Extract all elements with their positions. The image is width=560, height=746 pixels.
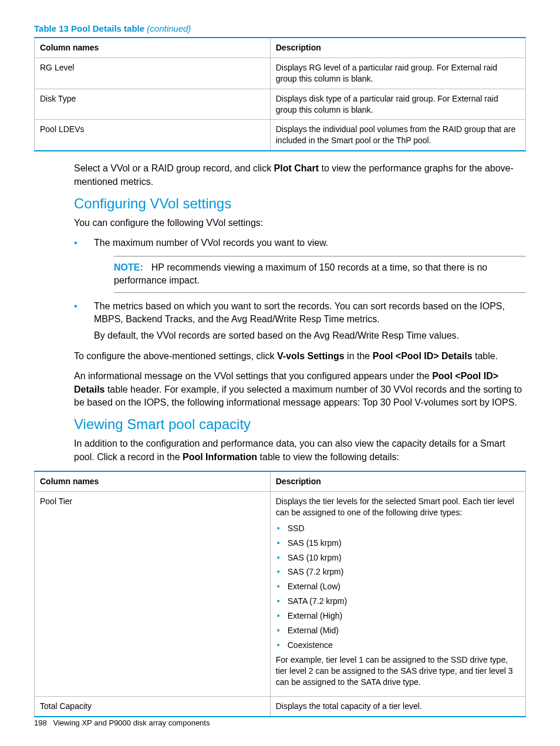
table-row: RG Level Displays RG level of a particul… <box>35 58 526 89</box>
list-item: SAS (10 krpm) <box>276 552 520 563</box>
list-item: External (Mid) <box>276 625 520 636</box>
plot-chart-bold: Plot Chart <box>274 163 319 173</box>
table-row: Pool LDEVs Displays the individual pool … <box>35 120 526 151</box>
bullet-text: The maximum number of VVol records you w… <box>94 238 328 248</box>
column-header-description: Description <box>270 38 525 58</box>
list-item: The maximum number of VVol records you w… <box>74 237 526 292</box>
list-item: SAS (15 krpm) <box>276 538 520 549</box>
bullet-sub-paragraph: By default, the VVol records are sorted … <box>94 329 526 342</box>
cell-column-name: Pool LDEVs <box>35 120 271 151</box>
pool-details-table: Column names Description RG Level Displa… <box>34 37 526 151</box>
list-item: SSD <box>276 523 520 534</box>
footer-title: Viewing XP and P9000 disk array componen… <box>53 718 210 727</box>
caption-continued: (continued) <box>147 23 191 33</box>
vvol-settings-list: The maximum number of VVol records you w… <box>74 237 526 342</box>
bullet-text: The metrics based on which you want to s… <box>94 301 505 324</box>
heading-configuring-vvol: Configuring VVol settings <box>74 195 526 212</box>
column-header-names: Column names <box>35 471 271 491</box>
heading-viewing-smart-pool: Viewing Smart pool capacity <box>74 416 526 433</box>
cell-column-name: RG Level <box>35 58 271 89</box>
cell-column-name: Total Capacity <box>35 697 271 717</box>
caption-text: Table 13 Pool Details table <box>34 23 144 33</box>
cell-description: Displays the tier levels for the selecte… <box>270 491 525 696</box>
vvols-settings-bold: V-vols Settings <box>277 351 345 361</box>
cell-description: Displays RG level of a particular raid g… <box>270 58 525 89</box>
cell-column-name: Disk Type <box>35 89 271 120</box>
column-header-names: Column names <box>35 38 271 58</box>
table-row: Pool Tier Displays the tier levels for t… <box>35 491 526 696</box>
list-item: External (Low) <box>276 581 520 592</box>
pool-information-bold: Pool Information <box>183 452 257 462</box>
table-row: Disk Type Displays disk type of a partic… <box>35 89 526 120</box>
document-page: Table 13 Pool Details table (continued) … <box>0 0 560 746</box>
paragraph-info-message: An informational message on the VVol set… <box>74 370 526 409</box>
paragraph-vvol-intro: You can configure the following VVol set… <box>74 217 526 229</box>
cell-description: Displays the individual pool volumes fro… <box>270 120 525 151</box>
drive-type-list: SSD SAS (15 krpm) SAS (10 krpm) SAS (7.2… <box>276 523 520 651</box>
cell-description: Displays disk type of a particular raid … <box>270 89 525 120</box>
page-number: 198 <box>34 718 47 727</box>
pool-details-bold: Pool <Pool ID> Details <box>373 351 473 361</box>
desc-paragraph: Displays the tier levels for the selecte… <box>276 496 520 518</box>
cell-description: Displays the total capacity of a tier le… <box>270 697 525 717</box>
paragraph-plot-chart: Select a VVol or a RAID group record, an… <box>74 162 526 188</box>
table-13-caption: Table 13 Pool Details table (continued) <box>34 23 526 33</box>
paragraph-configure-settings: To configure the above-mentioned setting… <box>74 350 526 363</box>
list-item: External (High) <box>276 610 520 622</box>
smart-pool-capacity-table: Column names Description Pool Tier Displ… <box>34 471 526 717</box>
list-item: Coexistence <box>276 640 520 651</box>
list-item: The metrics based on which you want to s… <box>74 300 526 343</box>
note-box: NOTE:HP recommends viewing a maximum of … <box>114 256 526 293</box>
cell-column-name: Pool Tier <box>35 491 271 696</box>
list-item: SATA (7.2 krpm) <box>276 596 520 607</box>
list-item: SAS (7.2 krpm) <box>276 566 520 578</box>
column-header-description: Description <box>270 471 525 491</box>
note-text: HP recommends viewing a maximum of 150 r… <box>114 262 487 285</box>
note-label: NOTE: <box>114 262 143 272</box>
paragraph-smart-pool-intro: In addition to the configuration and per… <box>74 437 526 464</box>
desc-paragraph: For example, tier level 1 can be assigne… <box>276 654 520 688</box>
table-row: Total Capacity Displays the total capaci… <box>35 697 526 717</box>
page-footer: 198 Viewing XP and P9000 disk array comp… <box>34 718 210 727</box>
